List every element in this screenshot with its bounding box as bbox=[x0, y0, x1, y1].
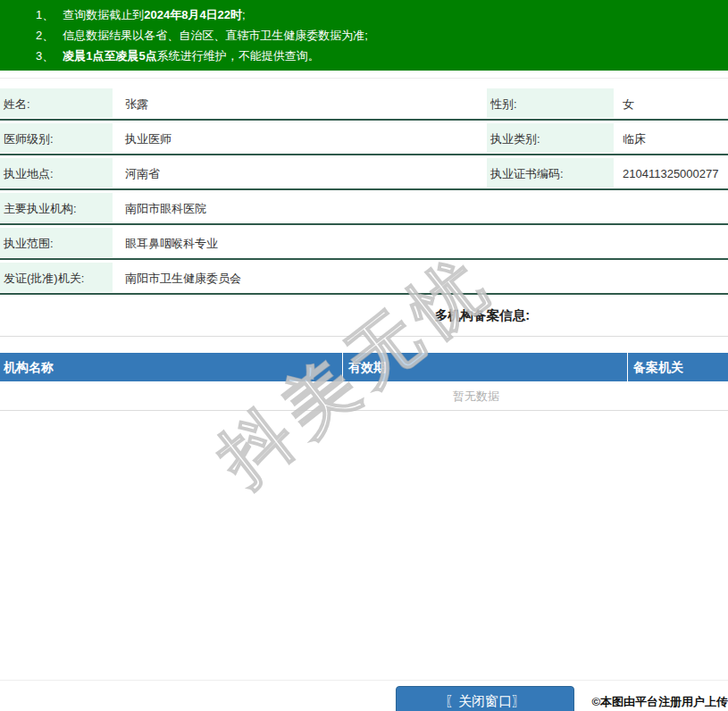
certificate-number-value: 210411325000277 bbox=[623, 157, 719, 188]
info-row-main-institution: 主要执业机构: 南阳市眼科医院 bbox=[0, 192, 728, 225]
info-row-issuing-authority: 发证(批准)机关: 南阳市卫生健康委员会 bbox=[0, 262, 728, 295]
practice-scope-label: 执业范围: bbox=[0, 228, 113, 257]
info-row-name-gender: 姓名: 张露 性别: 女 bbox=[0, 88, 728, 121]
gender-value: 女 bbox=[623, 88, 634, 119]
info-row-level-category: 医师级别: 执业医师 执业类别: 临床 bbox=[0, 122, 728, 155]
practice-location-label: 执业地点: bbox=[0, 158, 113, 188]
name-label: 姓名: bbox=[0, 88, 113, 118]
empty-data-row: 暂无数据 bbox=[0, 381, 728, 411]
page: 1、查询数据截止到2024年8月4日22时; 2、信息数据结果以各省、自治区、直… bbox=[0, 0, 728, 711]
main-institution-label: 主要执业机构: bbox=[0, 193, 113, 222]
issuing-authority-value: 南阳市卫生健康委员会 bbox=[125, 262, 241, 293]
notice-text-bold: 凌晨1点至凌晨5点 bbox=[63, 49, 156, 63]
practice-category-label: 执业类别: bbox=[487, 123, 614, 153]
section-divider bbox=[0, 336, 728, 337]
issuing-authority-label: 发证(批准)机关: bbox=[0, 263, 113, 292]
info-row-practice-scope: 执业范围: 眼耳鼻咽喉科专业 bbox=[0, 227, 728, 260]
col-header-institution-name: 机构名称 bbox=[0, 353, 342, 381]
notice-banner: 1、查询数据截止到2024年8月4日22时; 2、信息数据结果以各省、自治区、直… bbox=[0, 0, 728, 71]
col-header-validity-period: 有效期 bbox=[342, 353, 627, 381]
upload-credit-text: ©本图由平台注册用户上传 bbox=[591, 694, 728, 710]
notice-text-bold: 2024年8月4日22时 bbox=[144, 8, 242, 21]
practice-category-value: 临床 bbox=[623, 122, 646, 154]
notice-number: 3、 bbox=[36, 49, 54, 63]
close-window-button[interactable]: 〖关闭窗口〗 bbox=[396, 686, 574, 711]
info-row-location-certificate: 执业地点: 河南省 执业证书编码: 210411325000277 bbox=[0, 157, 728, 190]
notice-text: 查询数据截止到 bbox=[63, 8, 144, 21]
doctor-level-label: 医师级别: bbox=[0, 123, 113, 153]
notice-line-2: 2、信息数据结果以各省、自治区、直辖市卫生健康委数据为准; bbox=[36, 25, 728, 46]
doctor-level-value: 执业医师 bbox=[125, 122, 172, 154]
notice-text: ; bbox=[242, 8, 246, 21]
notice-text: 信息数据结果以各省、自治区、直辖市卫生健康委数据为准; bbox=[63, 29, 368, 42]
notice-number: 2、 bbox=[36, 29, 54, 42]
certificate-number-label: 执业证书编码: bbox=[487, 158, 614, 188]
notice-text: 系统进行维护，不能提供查询。 bbox=[157, 49, 320, 63]
empty-data-text: 暂无数据 bbox=[453, 389, 499, 403]
notice-line-3: 3、凌晨1点至凌晨5点系统进行维护，不能提供查询。 bbox=[36, 46, 728, 66]
name-value: 张露 bbox=[125, 88, 148, 119]
gender-label: 性别: bbox=[487, 88, 614, 118]
footer-divider bbox=[0, 680, 728, 681]
filing-table-header: 机构名称 有效期 备案机关 bbox=[0, 353, 728, 381]
filing-section-title: 多机构备案信息: bbox=[0, 307, 728, 324]
banner-divider bbox=[0, 78, 728, 79]
col-header-filing-authority: 备案机关 bbox=[627, 353, 728, 381]
practice-location-value: 河南省 bbox=[125, 157, 160, 188]
practice-scope-value: 眼耳鼻咽喉科专业 bbox=[125, 227, 218, 258]
notice-line-1: 1、查询数据截止到2024年8月4日22时; bbox=[36, 4, 728, 25]
main-institution-value: 南阳市眼科医院 bbox=[125, 192, 206, 223]
notice-number: 1、 bbox=[36, 8, 54, 21]
